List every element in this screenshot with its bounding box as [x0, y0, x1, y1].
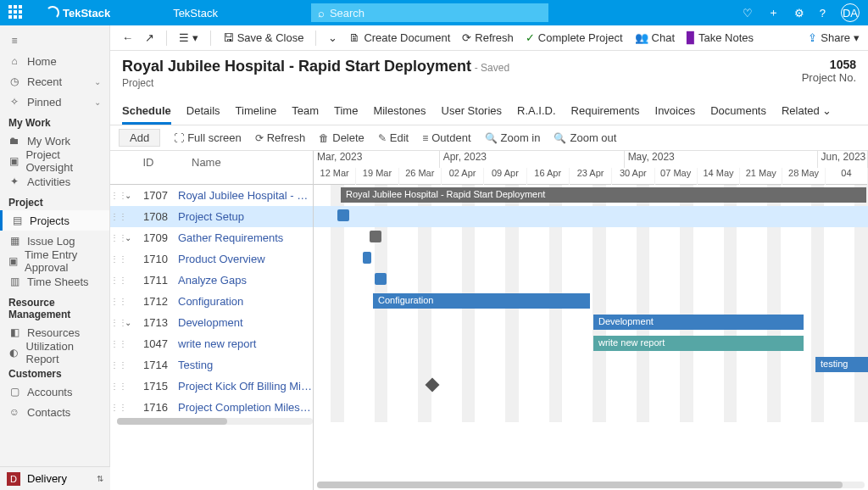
- task-row[interactable]: ⋮⋮1710Product Overview: [110, 248, 313, 270]
- tab-related[interactable]: Related ⌄: [782, 99, 832, 125]
- task-row[interactable]: ⋮⋮1711Analyze Gaps: [110, 270, 313, 291]
- drag-handle-icon[interactable]: ⋮⋮: [110, 381, 122, 391]
- drag-handle-icon[interactable]: ⋮⋮: [110, 276, 122, 285]
- complete-project-button[interactable]: ✓Complete Project: [522, 30, 626, 46]
- tab-time[interactable]: Time: [334, 99, 358, 125]
- drag-handle-icon[interactable]: ⋮⋮: [110, 297, 122, 306]
- drag-handle-icon[interactable]: ⋮⋮: [110, 254, 122, 264]
- drag-handle-icon[interactable]: ⋮⋮: [110, 191, 122, 200]
- sidebar-item-recent[interactable]: ◷Recent⌄: [0, 71, 109, 92]
- delete-button[interactable]: 🗑Delete: [319, 131, 364, 144]
- area-switcher[interactable]: D Delivery ⇅: [0, 466, 110, 490]
- task-name[interactable]: Project Completion Milestone: [175, 401, 313, 414]
- task-row[interactable]: ⋮⋮1715Project Kick Off Billing Milestone: [110, 376, 313, 397]
- expand-icon[interactable]: ⌄: [122, 318, 134, 327]
- sidebar-item-pinned[interactable]: ✧Pinned⌄: [0, 92, 109, 112]
- tab-schedule[interactable]: Schedule: [122, 99, 171, 125]
- user-avatar[interactable]: DA: [841, 3, 860, 22]
- sidebar-item-activities[interactable]: ✦Activities: [0, 171, 109, 192]
- gantt-bar-setup[interactable]: [337, 209, 349, 221]
- share-button[interactable]: ⇪Share ▾: [808, 31, 860, 44]
- lightbulb-icon[interactable]: ♡: [743, 7, 753, 19]
- sidebar-toggle[interactable]: ≡: [0, 31, 109, 51]
- task-name[interactable]: Development: [175, 316, 313, 329]
- chat-button[interactable]: 👥Chat: [632, 30, 678, 46]
- fullscreen-button[interactable]: ⛶Full screen: [174, 131, 242, 144]
- sidebar-item-oversight[interactable]: ▣Project Oversight: [0, 151, 109, 171]
- task-row[interactable]: ⋮⋮1716Project Completion Milestone: [110, 397, 313, 418]
- task-name[interactable]: Analyze Gaps: [175, 274, 313, 287]
- tasklist-scrollbar[interactable]: [117, 418, 313, 425]
- task-name[interactable]: write new report: [175, 337, 313, 350]
- sidebar-item-home[interactable]: ⌂Home: [0, 51, 109, 71]
- task-name[interactable]: Project Setup: [175, 210, 313, 223]
- tab-milestones[interactable]: Milestones: [373, 99, 426, 125]
- gantt-bar-summary[interactable]: Royal Jubilee Hospital - Rapid Start Dep…: [341, 187, 866, 203]
- drag-handle-icon[interactable]: ⋮⋮: [110, 339, 122, 348]
- task-name[interactable]: Project Kick Off Billing Milestone: [175, 380, 313, 393]
- col-id[interactable]: ID: [110, 151, 186, 184]
- expand-icon[interactable]: ⌄: [122, 233, 134, 242]
- tab-invoices[interactable]: Invoices: [655, 99, 696, 125]
- drag-handle-icon[interactable]: ⋮⋮: [110, 233, 122, 242]
- sidebar-item-timeapproval[interactable]: ▣Time Entry Approval: [0, 251, 109, 271]
- openrecord-button[interactable]: ↗: [142, 30, 158, 46]
- tab-documents[interactable]: Documents: [710, 99, 766, 125]
- zoomin-button[interactable]: 🔍Zoom in: [485, 131, 541, 144]
- task-row[interactable]: ⋮⋮1712Configuration: [110, 291, 313, 312]
- col-name[interactable]: Name: [186, 151, 313, 184]
- sidebar-item-timesheets[interactable]: ▥Time Sheets: [0, 271, 109, 292]
- task-name[interactable]: Product Overview: [175, 253, 313, 265]
- sidebar-item-contacts[interactable]: ☺Contacts: [0, 402, 109, 422]
- gantt-bar-report[interactable]: write new report: [593, 336, 804, 351]
- create-doc-button[interactable]: 🗎Create Document: [346, 30, 453, 46]
- back-button[interactable]: ←: [119, 30, 136, 46]
- help-icon[interactable]: ?: [820, 7, 826, 19]
- drag-handle-icon[interactable]: ⋮⋮: [110, 360, 122, 370]
- sidebar-item-accounts[interactable]: ▢Accounts: [0, 381, 109, 402]
- outdent-button[interactable]: ≡Outdent: [422, 131, 470, 144]
- view-switch[interactable]: ☰ ▾: [175, 30, 202, 46]
- gantt-bar-gather[interactable]: [370, 231, 381, 242]
- tab-details[interactable]: Details: [186, 99, 220, 125]
- gantt-scrollbar[interactable]: [317, 482, 865, 488]
- plus-icon[interactable]: ＋: [768, 5, 779, 20]
- save-dropdown[interactable]: ⌄: [325, 30, 341, 46]
- drag-handle-icon[interactable]: ⋮⋮: [110, 403, 122, 412]
- drag-handle-icon[interactable]: ⋮⋮: [110, 212, 122, 221]
- tab-userstories[interactable]: User Stories: [442, 99, 503, 125]
- sidebar-item-util[interactable]: ◐Utilization Report: [0, 342, 109, 363]
- sidebar-item-projects[interactable]: ▤Projects: [0, 210, 109, 231]
- expand-icon[interactable]: ⌄: [122, 191, 134, 200]
- app-logo[interactable]: TekStack: [46, 6, 110, 19]
- task-row[interactable]: ⋮⋮⌄1707Royal Jubilee Hospital - Rapid St…: [110, 185, 313, 206]
- gantt-bar-config[interactable]: Configuration: [373, 293, 590, 309]
- task-name[interactable]: Gather Requirements: [175, 231, 313, 244]
- task-row[interactable]: ⋮⋮1047write new report: [110, 333, 313, 354]
- app-launcher-icon[interactable]: [8, 5, 24, 20]
- search-box[interactable]: ⌕: [311, 3, 548, 22]
- drag-handle-icon[interactable]: ⋮⋮: [110, 318, 122, 327]
- task-name[interactable]: Configuration: [175, 295, 313, 308]
- add-button[interactable]: Add: [119, 129, 160, 147]
- gantt-chart[interactable]: Mar, 2023Apr, 2023May, 2023Jun, 2023 12 …: [314, 151, 868, 490]
- search-input[interactable]: [330, 7, 542, 19]
- save-close-button[interactable]: 🖫Save & Close: [220, 30, 308, 46]
- tab-raid[interactable]: R.A.I.D.: [517, 99, 556, 125]
- tab-team[interactable]: Team: [292, 99, 319, 125]
- task-row[interactable]: ⋮⋮1714Testing: [110, 354, 313, 376]
- zoomout-button[interactable]: 🔍Zoom out: [554, 131, 616, 144]
- task-name[interactable]: Royal Jubilee Hospital - Rapid Start Dep…: [175, 189, 313, 202]
- gear-icon[interactable]: ⚙: [794, 7, 804, 19]
- tab-timeline[interactable]: Timeline: [236, 99, 277, 125]
- breadcrumb[interactable]: TekStack: [173, 7, 218, 19]
- gantt-bar-dev[interactable]: Development: [593, 315, 804, 330]
- task-row[interactable]: ⋮⋮⌄1713Development: [110, 312, 313, 333]
- gantt-body[interactable]: Royal Jubilee Hospital - Rapid Start Dep…: [314, 185, 868, 422]
- task-row[interactable]: ⋮⋮⌄1709Gather Requirements: [110, 227, 313, 248]
- gantt-bar-gaps[interactable]: [375, 273, 387, 285]
- tab-requirements[interactable]: Requirements: [571, 99, 640, 125]
- task-row[interactable]: ⋮⋮1708Project Setup: [110, 206, 313, 227]
- task-name[interactable]: Testing: [175, 359, 313, 371]
- notes-button[interactable]: ▉Take Notes: [683, 30, 757, 46]
